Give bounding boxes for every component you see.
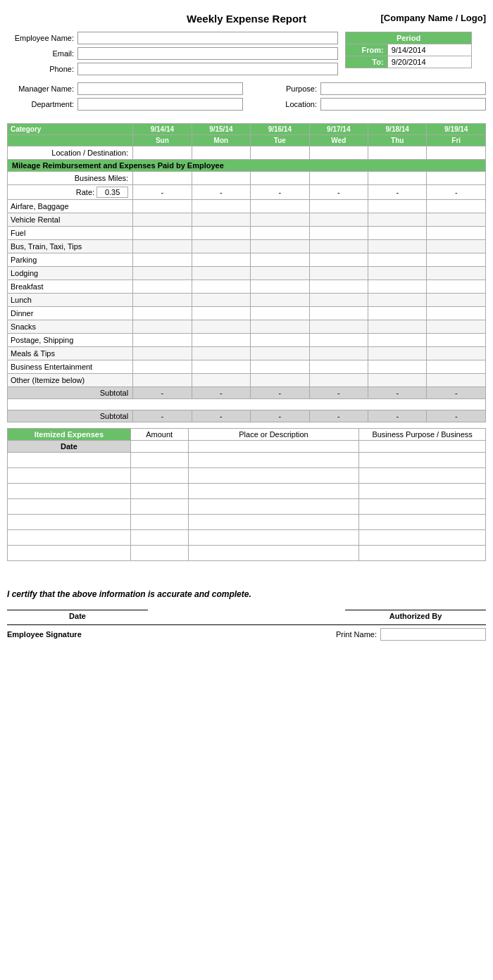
- list-item: [8, 499, 486, 515]
- subtotal1-thu: -: [368, 387, 427, 399]
- table-row: Snacks: [8, 320, 486, 334]
- miles-sun[interactable]: [133, 172, 192, 185]
- location-sun[interactable]: [133, 146, 192, 160]
- print-name-label: Print Name:: [336, 630, 377, 639]
- business-miles-row: Business Miles:: [8, 172, 486, 185]
- table-row: Meals & Tips: [8, 347, 486, 360]
- department-input[interactable]: [77, 98, 243, 111]
- day-tue: Tue: [251, 135, 309, 146]
- category-header-2: [8, 135, 133, 146]
- subtotal2-label: Subtotal: [8, 410, 133, 422]
- location-tue[interactable]: [251, 146, 309, 160]
- print-name-input[interactable]: [380, 628, 486, 641]
- employee-name-label: Employee Name:: [7, 34, 77, 42]
- itemized-place-header: Place or Description: [188, 429, 359, 441]
- subtotal1-wed: -: [309, 387, 368, 399]
- table-row: Lunch: [8, 294, 486, 307]
- location-mon[interactable]: [192, 146, 250, 160]
- email-label: Email:: [7, 49, 77, 58]
- email-input[interactable]: [77, 47, 338, 60]
- certify-text: I certify that the above information is …: [7, 589, 486, 599]
- location-sun-input[interactable]: [136, 148, 188, 158]
- spacer-row: [8, 399, 486, 410]
- day-mon: Mon: [192, 135, 250, 146]
- manager-name-input[interactable]: [77, 82, 243, 95]
- period-to-value: 9/20/2014: [387, 56, 471, 68]
- subtotal2-tue: -: [251, 410, 309, 422]
- table-row: Other (Itemize below): [8, 374, 486, 387]
- date-thu: 9/18/14: [368, 124, 427, 135]
- table-row: Vehicle Rental: [8, 213, 486, 227]
- miles-wed[interactable]: [309, 172, 368, 185]
- period-from-value: 9/14/2014: [387, 44, 471, 56]
- table-row: Dinner: [8, 307, 486, 320]
- table-row: Business Entertainment: [8, 360, 486, 374]
- itemized-purpose-header: Business Purpose / Business: [359, 429, 486, 441]
- purpose-input[interactable]: [320, 82, 486, 95]
- subtotal1-tue: -: [251, 387, 309, 399]
- table-row: Lodging: [8, 267, 486, 280]
- location-mon-input[interactable]: [195, 148, 247, 158]
- miles-tue[interactable]: [251, 172, 309, 185]
- business-miles-label: Business Miles:: [8, 172, 133, 185]
- day-sun: Sun: [133, 135, 192, 146]
- subtotal2-thu: -: [368, 410, 427, 422]
- miles-fri[interactable]: [427, 172, 486, 185]
- location-row: Location / Destination:: [8, 146, 486, 160]
- authorized-sig-label: Authorized By: [389, 612, 442, 620]
- date-mon: 9/15/14: [192, 124, 250, 135]
- miles-thu[interactable]: [368, 172, 427, 185]
- print-name-area: Print Name:: [336, 628, 486, 641]
- date-sig-line: [7, 610, 148, 610]
- day-wed: Wed: [309, 135, 368, 146]
- employee-name-input[interactable]: [77, 32, 338, 44]
- itemized-expenses-header: Itemized Expenses: [8, 429, 131, 441]
- location-fri[interactable]: [427, 146, 486, 160]
- subtotal1-label: Subtotal: [8, 387, 133, 399]
- location-tue-input[interactable]: [254, 148, 306, 158]
- location-input[interactable]: [320, 98, 486, 111]
- table-row: Bus, Train, Taxi, Tips: [8, 240, 486, 253]
- subtotal2-sun: -: [133, 410, 192, 422]
- location-thu[interactable]: [368, 146, 427, 160]
- period-from-label: From:: [346, 44, 388, 56]
- employee-sig-label: Employee Signature: [7, 630, 82, 639]
- manager-name-label: Manager Name:: [7, 84, 77, 93]
- department-label: Department:: [7, 100, 77, 108]
- employee-signature-row: Employee Signature Print Name:: [7, 624, 486, 641]
- list-item: [8, 515, 486, 530]
- location-wed-input[interactable]: [313, 148, 365, 158]
- period-header: Period: [346, 32, 472, 44]
- rate-tue: -: [251, 185, 309, 200]
- day-thu: Thu: [368, 135, 427, 146]
- subtotal-row-2: Subtotal - - - - - -: [8, 410, 486, 422]
- miles-mon[interactable]: [192, 172, 250, 185]
- itemized-amount-header: Amount: [130, 429, 188, 441]
- itemized-date-row: Date: [8, 441, 486, 453]
- rate-mon: -: [192, 185, 250, 200]
- date-sun: 9/14/14: [133, 124, 192, 135]
- subtotal2-fri: -: [427, 410, 486, 422]
- rate-sun: -: [133, 185, 192, 200]
- company-name: [Company Name / Logo]: [326, 7, 486, 23]
- signature-section: I certify that the above information is …: [7, 575, 486, 641]
- table-row: Parking: [8, 253, 486, 267]
- category-header: Category: [8, 124, 133, 135]
- list-item: [8, 530, 486, 546]
- table-row: Breakfast: [8, 280, 486, 294]
- subtotal1-mon: -: [192, 387, 250, 399]
- mileage-section-header: Mileage Reimbursement and Expenses Paid …: [8, 160, 486, 172]
- mileage-label: Mileage Reimbursement and Expenses Paid …: [8, 160, 486, 172]
- date-fri: 9/19/14: [427, 124, 486, 135]
- list-item: [8, 453, 486, 468]
- authorized-sig-line: [345, 610, 486, 610]
- rate-input[interactable]: [96, 187, 128, 198]
- day-fri: Fri: [427, 135, 486, 146]
- location-fri-input[interactable]: [430, 148, 482, 158]
- table-row: Fuel: [8, 227, 486, 240]
- phone-input[interactable]: [77, 63, 338, 75]
- location-wed[interactable]: [309, 146, 368, 160]
- location-thu-input[interactable]: [371, 148, 423, 158]
- rate-row: Rate: - - - - - -: [8, 185, 486, 200]
- rate-thu: -: [368, 185, 427, 200]
